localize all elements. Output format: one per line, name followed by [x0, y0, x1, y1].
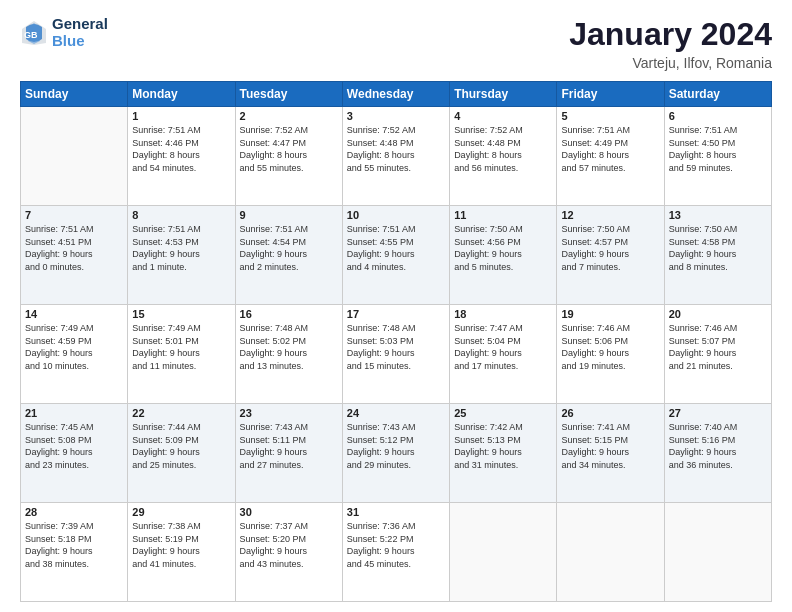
table-row: 15Sunrise: 7:49 AMSunset: 5:01 PMDayligh… [128, 305, 235, 404]
day-number: 3 [347, 110, 445, 122]
day-info: Sunrise: 7:51 AMSunset: 4:55 PMDaylight:… [347, 223, 445, 273]
table-row: 24Sunrise: 7:43 AMSunset: 5:12 PMDayligh… [342, 404, 449, 503]
day-info: Sunrise: 7:41 AMSunset: 5:15 PMDaylight:… [561, 421, 659, 471]
day-info: Sunrise: 7:51 AMSunset: 4:54 PMDaylight:… [240, 223, 338, 273]
calendar-title: January 2024 [569, 16, 772, 53]
day-info: Sunrise: 7:43 AMSunset: 5:12 PMDaylight:… [347, 421, 445, 471]
day-number: 14 [25, 308, 123, 320]
svg-text:GB: GB [24, 30, 38, 40]
day-info: Sunrise: 7:51 AMSunset: 4:51 PMDaylight:… [25, 223, 123, 273]
table-row: 28Sunrise: 7:39 AMSunset: 5:18 PMDayligh… [21, 503, 128, 602]
day-number: 31 [347, 506, 445, 518]
table-row: 7Sunrise: 7:51 AMSunset: 4:51 PMDaylight… [21, 206, 128, 305]
header-row: Sunday Monday Tuesday Wednesday Thursday… [21, 82, 772, 107]
table-row: 4Sunrise: 7:52 AMSunset: 4:48 PMDaylight… [450, 107, 557, 206]
day-number: 6 [669, 110, 767, 122]
table-row: 3Sunrise: 7:52 AMSunset: 4:48 PMDaylight… [342, 107, 449, 206]
day-info: Sunrise: 7:52 AMSunset: 4:48 PMDaylight:… [347, 124, 445, 174]
day-info: Sunrise: 7:39 AMSunset: 5:18 PMDaylight:… [25, 520, 123, 570]
day-number: 30 [240, 506, 338, 518]
day-number: 23 [240, 407, 338, 419]
col-wednesday: Wednesday [342, 82, 449, 107]
day-number: 9 [240, 209, 338, 221]
day-number: 7 [25, 209, 123, 221]
calendar-week-row: 21Sunrise: 7:45 AMSunset: 5:08 PMDayligh… [21, 404, 772, 503]
table-row [664, 503, 771, 602]
day-info: Sunrise: 7:51 AMSunset: 4:49 PMDaylight:… [561, 124, 659, 174]
table-row: 1Sunrise: 7:51 AMSunset: 4:46 PMDaylight… [128, 107, 235, 206]
table-row: 31Sunrise: 7:36 AMSunset: 5:22 PMDayligh… [342, 503, 449, 602]
day-number: 13 [669, 209, 767, 221]
day-info: Sunrise: 7:48 AMSunset: 5:03 PMDaylight:… [347, 322, 445, 372]
page: GB General Blue January 2024 Varteju, Il… [0, 0, 792, 612]
col-sunday: Sunday [21, 82, 128, 107]
table-row: 22Sunrise: 7:44 AMSunset: 5:09 PMDayligh… [128, 404, 235, 503]
day-info: Sunrise: 7:47 AMSunset: 5:04 PMDaylight:… [454, 322, 552, 372]
table-row [557, 503, 664, 602]
calendar-week-row: 28Sunrise: 7:39 AMSunset: 5:18 PMDayligh… [21, 503, 772, 602]
day-info: Sunrise: 7:50 AMSunset: 4:57 PMDaylight:… [561, 223, 659, 273]
day-info: Sunrise: 7:38 AMSunset: 5:19 PMDaylight:… [132, 520, 230, 570]
col-tuesday: Tuesday [235, 82, 342, 107]
day-info: Sunrise: 7:50 AMSunset: 4:56 PMDaylight:… [454, 223, 552, 273]
day-info: Sunrise: 7:50 AMSunset: 4:58 PMDaylight:… [669, 223, 767, 273]
day-number: 11 [454, 209, 552, 221]
day-info: Sunrise: 7:49 AMSunset: 5:01 PMDaylight:… [132, 322, 230, 372]
table-row: 30Sunrise: 7:37 AMSunset: 5:20 PMDayligh… [235, 503, 342, 602]
day-info: Sunrise: 7:42 AMSunset: 5:13 PMDaylight:… [454, 421, 552, 471]
table-row [450, 503, 557, 602]
table-row: 11Sunrise: 7:50 AMSunset: 4:56 PMDayligh… [450, 206, 557, 305]
col-friday: Friday [557, 82, 664, 107]
col-saturday: Saturday [664, 82, 771, 107]
title-block: January 2024 Varteju, Ilfov, Romania [569, 16, 772, 71]
day-info: Sunrise: 7:46 AMSunset: 5:06 PMDaylight:… [561, 322, 659, 372]
day-info: Sunrise: 7:48 AMSunset: 5:02 PMDaylight:… [240, 322, 338, 372]
day-info: Sunrise: 7:51 AMSunset: 4:46 PMDaylight:… [132, 124, 230, 174]
day-info: Sunrise: 7:52 AMSunset: 4:47 PMDaylight:… [240, 124, 338, 174]
table-row: 25Sunrise: 7:42 AMSunset: 5:13 PMDayligh… [450, 404, 557, 503]
table-row: 6Sunrise: 7:51 AMSunset: 4:50 PMDaylight… [664, 107, 771, 206]
table-row: 14Sunrise: 7:49 AMSunset: 4:59 PMDayligh… [21, 305, 128, 404]
logo-text: General Blue [52, 16, 108, 49]
calendar-table: Sunday Monday Tuesday Wednesday Thursday… [20, 81, 772, 602]
table-row: 27Sunrise: 7:40 AMSunset: 5:16 PMDayligh… [664, 404, 771, 503]
logo: GB General Blue [20, 16, 108, 49]
day-number: 28 [25, 506, 123, 518]
logo-icon: GB [20, 19, 48, 47]
day-number: 17 [347, 308, 445, 320]
day-number: 25 [454, 407, 552, 419]
day-number: 1 [132, 110, 230, 122]
col-monday: Monday [128, 82, 235, 107]
day-number: 27 [669, 407, 767, 419]
day-info: Sunrise: 7:37 AMSunset: 5:20 PMDaylight:… [240, 520, 338, 570]
calendar-week-row: 1Sunrise: 7:51 AMSunset: 4:46 PMDaylight… [21, 107, 772, 206]
day-info: Sunrise: 7:49 AMSunset: 4:59 PMDaylight:… [25, 322, 123, 372]
day-number: 15 [132, 308, 230, 320]
day-info: Sunrise: 7:44 AMSunset: 5:09 PMDaylight:… [132, 421, 230, 471]
day-number: 18 [454, 308, 552, 320]
day-info: Sunrise: 7:52 AMSunset: 4:48 PMDaylight:… [454, 124, 552, 174]
header: GB General Blue January 2024 Varteju, Il… [20, 16, 772, 71]
day-number: 5 [561, 110, 659, 122]
table-row: 16Sunrise: 7:48 AMSunset: 5:02 PMDayligh… [235, 305, 342, 404]
calendar-week-row: 7Sunrise: 7:51 AMSunset: 4:51 PMDaylight… [21, 206, 772, 305]
table-row [21, 107, 128, 206]
table-row: 19Sunrise: 7:46 AMSunset: 5:06 PMDayligh… [557, 305, 664, 404]
day-number: 24 [347, 407, 445, 419]
table-row: 13Sunrise: 7:50 AMSunset: 4:58 PMDayligh… [664, 206, 771, 305]
table-row: 12Sunrise: 7:50 AMSunset: 4:57 PMDayligh… [557, 206, 664, 305]
table-row: 18Sunrise: 7:47 AMSunset: 5:04 PMDayligh… [450, 305, 557, 404]
calendar-subtitle: Varteju, Ilfov, Romania [569, 55, 772, 71]
table-row: 2Sunrise: 7:52 AMSunset: 4:47 PMDaylight… [235, 107, 342, 206]
day-number: 20 [669, 308, 767, 320]
calendar-week-row: 14Sunrise: 7:49 AMSunset: 4:59 PMDayligh… [21, 305, 772, 404]
table-row: 8Sunrise: 7:51 AMSunset: 4:53 PMDaylight… [128, 206, 235, 305]
col-thursday: Thursday [450, 82, 557, 107]
table-row: 23Sunrise: 7:43 AMSunset: 5:11 PMDayligh… [235, 404, 342, 503]
day-number: 8 [132, 209, 230, 221]
table-row: 29Sunrise: 7:38 AMSunset: 5:19 PMDayligh… [128, 503, 235, 602]
day-info: Sunrise: 7:40 AMSunset: 5:16 PMDaylight:… [669, 421, 767, 471]
day-info: Sunrise: 7:43 AMSunset: 5:11 PMDaylight:… [240, 421, 338, 471]
day-number: 19 [561, 308, 659, 320]
day-number: 2 [240, 110, 338, 122]
